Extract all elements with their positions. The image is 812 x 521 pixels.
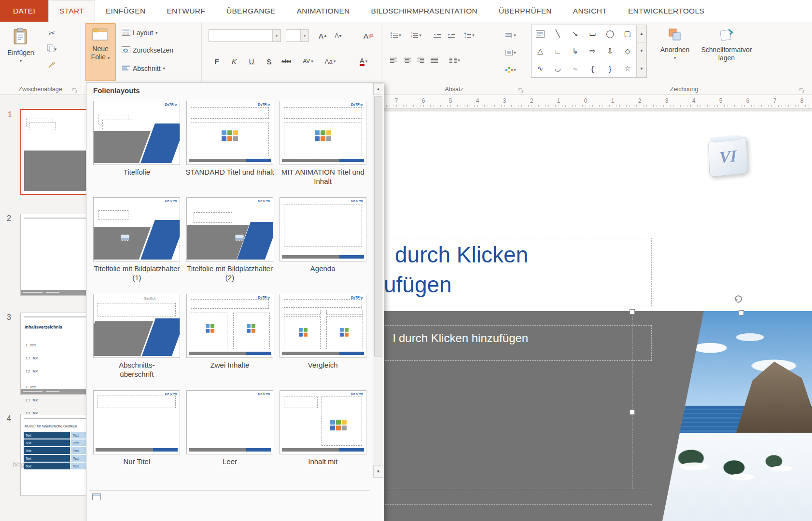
convert-smartart-button[interactable]: ▾ xyxy=(500,63,521,77)
star-shape-icon[interactable]: ☆ xyxy=(619,60,636,77)
layout-thumbnail-vergleich[interactable]: DeTPro xyxy=(280,294,366,358)
paste-button[interactable]: Einfügen ▾ xyxy=(2,23,40,81)
layout-thumbnail-standard-titel-inhalt[interactable]: DeTPro xyxy=(186,101,273,165)
template-logo: DeTPro xyxy=(351,296,363,299)
diamond-shape-icon[interactable]: ◇ xyxy=(619,42,636,60)
font-name-combo[interactable]: ▾ xyxy=(209,29,281,42)
justify-button[interactable] xyxy=(427,54,441,67)
scroll-up-button[interactable]: ▲ xyxy=(373,83,383,95)
format-painter-button[interactable] xyxy=(44,58,59,73)
quick-styles-button[interactable]: Schnellformatvorlagen xyxy=(698,23,755,81)
layout-thumbnail-leer[interactable]: DeTPro xyxy=(186,390,273,454)
columns-button[interactable]: ▾ xyxy=(446,54,463,67)
arc-shape-icon[interactable]: ◡ xyxy=(549,60,566,77)
arrow-shape-icon[interactable]: ↘ xyxy=(566,25,584,42)
shrink-font-button[interactable]: A▼ xyxy=(331,29,346,42)
slide-title-line2[interactable]: ufügen xyxy=(384,272,452,298)
layout-thumbnail-titelfolie[interactable]: DeTPro xyxy=(93,101,180,165)
text-direction-button[interactable]: ▾ xyxy=(500,28,521,42)
strikethrough-button[interactable]: abc xyxy=(278,55,294,68)
align-right-button[interactable] xyxy=(413,54,428,67)
layout-thumbnail-abschnittsueberschrift[interactable]: Gastlich xyxy=(93,294,180,358)
tab-einfuegen[interactable]: EINFÜGEN xyxy=(95,0,156,22)
textbox-shape-icon[interactable] xyxy=(532,25,549,42)
align-center-button[interactable] xyxy=(400,54,414,67)
dialog-launcher-icon[interactable] xyxy=(72,86,78,92)
template-logo: DeTPro xyxy=(258,103,270,106)
layout-thumbnail-zwei-inhalte[interactable]: DeTPro xyxy=(186,294,273,358)
layout-thumbnail-titelfolie-bild-1[interactable]: DeTPro xyxy=(93,197,180,261)
clear-formatting-button[interactable]: A xyxy=(361,29,376,42)
curve-shape-icon[interactable]: ~ xyxy=(566,60,584,77)
line-shape-icon[interactable]: ╲ xyxy=(549,25,566,42)
underline-button[interactable]: U xyxy=(244,55,259,68)
layout-thumbnail-inhalt-mit[interactable]: DeTPro xyxy=(280,390,366,454)
tab-uebergaenge[interactable]: ÜBERGÄNGE xyxy=(216,0,286,22)
copy-button[interactable]: ▾ xyxy=(44,42,59,56)
grow-font-button[interactable]: A▲ xyxy=(316,29,330,42)
template-logo: DeTPro xyxy=(351,199,363,203)
character-spacing-button[interactable]: AV▾ xyxy=(298,55,318,68)
tab-animationen[interactable]: ANIMATIONEN xyxy=(286,0,361,22)
elbow-arrow-icon[interactable]: ↳ xyxy=(566,42,584,60)
selection-handle[interactable] xyxy=(630,309,635,315)
line-spacing-button[interactable]: ▾ xyxy=(461,28,478,42)
reset-slide-button[interactable]: Zurücksetzen xyxy=(120,44,175,56)
triangle-shape-icon[interactable]: △ xyxy=(532,42,549,60)
dropdown-footer-item[interactable] xyxy=(92,494,101,500)
shapes-gallery-more-button[interactable]: ▼ xyxy=(637,60,646,77)
scroll-down-button[interactable]: ▼ xyxy=(373,466,383,478)
chevron-down-icon[interactable]: ▾ xyxy=(300,30,308,41)
rectangle-shape-icon[interactable]: ▭ xyxy=(584,25,602,42)
italic-button[interactable]: K xyxy=(227,55,241,68)
scrollbar-thumb[interactable] xyxy=(374,96,382,356)
ellipse-shape-icon[interactable]: ◯ xyxy=(602,25,619,42)
selection-handle[interactable] xyxy=(630,410,635,415)
bullets-button[interactable]: ▾ xyxy=(387,28,405,42)
shapes-scroll-down-button[interactable]: ▼ xyxy=(637,42,646,60)
align-left-button[interactable] xyxy=(386,54,401,67)
tab-bildschirmpraesentation[interactable]: BILDSCHIRMPRÄSENTATION xyxy=(361,0,488,22)
arrange-button[interactable]: Anordnen ▾ xyxy=(654,23,696,81)
layout-button[interactable]: Layout▾ xyxy=(120,27,160,39)
layout-thumbnail-agenda[interactable]: DeTPro xyxy=(280,197,366,261)
tab-datei[interactable]: DATEI xyxy=(0,0,48,22)
layout-thumbnail-titelfolie-bild-2[interactable]: DeTPro xyxy=(186,197,273,261)
bold-button[interactable]: F xyxy=(210,55,224,68)
dialog-launcher-icon[interactable] xyxy=(799,86,805,92)
tab-start[interactable]: START xyxy=(48,0,95,22)
font-color-button[interactable]: A▾ xyxy=(354,55,373,68)
rotate-handle-icon[interactable] xyxy=(733,294,743,306)
scribble-shape-icon[interactable]: ∿ xyxy=(532,60,549,77)
chevron-down-icon: ▾ xyxy=(155,31,158,35)
shapes-scroll-up-button[interactable]: ▲ xyxy=(637,25,646,42)
vi-logo-cube[interactable]: VI xyxy=(708,137,748,178)
decrease-indent-button[interactable] xyxy=(430,28,444,42)
change-case-button[interactable]: Aa▾ xyxy=(321,55,340,68)
tab-entwurf[interactable]: ENTWURF xyxy=(156,0,216,22)
text-shadow-button[interactable]: S xyxy=(262,55,276,68)
increase-indent-button[interactable] xyxy=(444,28,459,42)
font-size-combo[interactable]: ▾ xyxy=(286,29,309,42)
tab-entwicklertools[interactable]: ENTWICKLERTOOLS xyxy=(617,0,715,22)
right-brace-shape-icon[interactable]: } xyxy=(602,60,619,77)
layout-thumbnail-mit-animation-titel-inhalt[interactable]: DeTPro xyxy=(280,101,366,165)
chevron-down-icon[interactable]: ▾ xyxy=(272,30,280,41)
section-button[interactable]: Abschnitt▾ xyxy=(120,62,167,75)
block-arrow-down-icon[interactable]: ⇩ xyxy=(602,42,619,60)
new-slide-button[interactable]: NeueFolie ▾ xyxy=(85,23,116,81)
tab-ansicht[interactable]: ANSICHT xyxy=(562,0,617,22)
dialog-launcher-icon[interactable] xyxy=(518,86,524,92)
left-brace-shape-icon[interactable]: { xyxy=(584,60,602,77)
block-arrow-right-icon[interactable]: ⇨ xyxy=(584,42,602,60)
selection-handle[interactable] xyxy=(739,310,744,315)
slide-title-line1[interactable]: durch Klicken xyxy=(395,242,528,268)
subtitle-placeholder-text[interactable]: l durch Klicken hinzufügen xyxy=(393,331,528,345)
elbow-connector-icon[interactable]: ∟ xyxy=(549,42,566,60)
align-text-button[interactable]: ▾ xyxy=(500,46,521,59)
numbering-button[interactable]: 123 ▾ xyxy=(407,28,425,42)
cut-button[interactable]: ✂ xyxy=(44,26,59,40)
rounded-rectangle-shape-icon[interactable]: ▢ xyxy=(619,25,636,42)
tab-ueberpruefen[interactable]: ÜBERPRÜFEN xyxy=(488,0,562,22)
layout-thumbnail-nur-titel[interactable]: DeTPro xyxy=(93,390,180,454)
